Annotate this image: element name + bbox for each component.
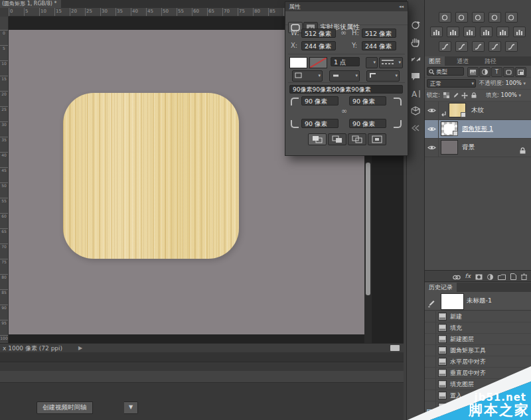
stroke-width-field[interactable]: 1 点 bbox=[331, 57, 360, 66]
stroke-align-dropdown[interactable]: ▾ bbox=[292, 70, 323, 82]
history-step-row[interactable]: 水平居中对齐 bbox=[425, 356, 531, 368]
adjustment-icon[interactable] bbox=[439, 41, 451, 52]
create-video-timeline-button[interactable]: 创建视频时间轴 bbox=[37, 401, 93, 414]
background-lock-icon[interactable] bbox=[520, 144, 526, 157]
adjustment-icon[interactable] bbox=[439, 12, 451, 23]
snapshot-name[interactable]: 未标题-1 bbox=[467, 297, 492, 305]
adjustment-layer-icon[interactable] bbox=[487, 270, 493, 283]
layer-thumbnail-shape[interactable] bbox=[441, 121, 458, 136]
history-brush-source-icon[interactable] bbox=[427, 297, 435, 310]
adjustment-icon[interactable] bbox=[489, 12, 501, 23]
stroke-corners-dropdown[interactable]: ▾ bbox=[366, 70, 400, 82]
adjustment-icon[interactable] bbox=[505, 12, 518, 23]
snapshot-thumbnail[interactable] bbox=[441, 293, 464, 310]
adjustment-icon[interactable] bbox=[430, 27, 443, 37]
layer-mask-icon[interactable] bbox=[475, 270, 483, 283]
history-snapshot-row[interactable]: 未标题-1 bbox=[425, 292, 531, 311]
adjustment-icon[interactable] bbox=[505, 41, 518, 52]
adjustment-icon[interactable] bbox=[496, 27, 509, 37]
shape-filter-icon[interactable] bbox=[503, 67, 514, 77]
pixel-filter-icon[interactable] bbox=[467, 67, 479, 77]
timeline-mode-dropdown[interactable]: ▼ bbox=[124, 401, 138, 414]
adjustment-icon[interactable] bbox=[472, 12, 485, 23]
visibility-eye-icon[interactable] bbox=[425, 139, 439, 157]
new-layer-icon[interactable] bbox=[510, 270, 516, 283]
status-options-arrow-icon[interactable]: ▶ bbox=[78, 344, 82, 353]
layer-style-icon[interactable]: fx bbox=[465, 273, 471, 279]
layer-name[interactable]: 木纹 bbox=[471, 106, 484, 115]
layer-row-wood[interactable]: 木纹 bbox=[425, 102, 531, 120]
lock-all-icon[interactable] bbox=[470, 91, 478, 100]
opacity-control[interactable]: 不透明度: 100% ▾ bbox=[479, 79, 526, 88]
properties-titlebar[interactable]: 属性 ◂◂ bbox=[285, 2, 408, 12]
stroke-width-dropdown[interactable]: ▾ bbox=[366, 57, 378, 68]
tab-paths[interactable]: 路径 bbox=[481, 56, 500, 66]
collapse-panel-icon[interactable]: ◂◂ bbox=[399, 2, 404, 11]
layer-filter-type-dropdown[interactable]: 类型 bbox=[427, 67, 464, 76]
hand-tool-icon[interactable] bbox=[407, 33, 424, 50]
history-step-row[interactable]: 填充图层 bbox=[425, 379, 531, 390]
history-source-cell[interactable] bbox=[425, 390, 436, 401]
layer-group-icon[interactable] bbox=[498, 270, 506, 283]
history-source-cell[interactable] bbox=[425, 379, 436, 389]
stroke-color-swatch[interactable] bbox=[309, 57, 327, 68]
radius-summary-field[interactable]: 90像素90像素90像素90像素 bbox=[289, 85, 403, 94]
lock-paint-icon[interactable] bbox=[451, 91, 459, 100]
blend-mode-dropdown[interactable]: 正常▾ bbox=[427, 79, 476, 88]
fill-control[interactable]: 填充: 100% ▾ bbox=[486, 91, 521, 100]
adjustment-icon[interactable] bbox=[455, 41, 468, 52]
shape-operation-button-2[interactable] bbox=[328, 133, 346, 145]
tab-history[interactable]: 历史记录 bbox=[425, 283, 457, 292]
rounded-rectangle-shape[interactable] bbox=[63, 93, 239, 259]
rotate-view-icon[interactable] bbox=[407, 16, 424, 33]
shape-operation-button-4[interactable] bbox=[368, 133, 386, 145]
transform-arrows-icon[interactable] bbox=[407, 50, 424, 68]
history-step-row[interactable]: 垂直居中对齐 bbox=[425, 368, 531, 379]
tab-layers[interactable]: 图层 bbox=[425, 56, 445, 66]
3d-tool-icon[interactable] bbox=[407, 102, 424, 119]
history-source-cell[interactable] bbox=[425, 345, 436, 356]
collapse-icon[interactable] bbox=[407, 119, 424, 137]
history-step-row[interactable]: 新建图层 bbox=[425, 334, 531, 345]
layer-row-background[interactable]: 背景 bbox=[425, 139, 531, 157]
history-source-cell[interactable] bbox=[425, 356, 436, 367]
adjustment-icon[interactable] bbox=[463, 27, 476, 37]
link-layers-icon[interactable] bbox=[453, 270, 461, 283]
history-step-row[interactable]: 填充 bbox=[425, 322, 531, 334]
adjustment-filter-icon[interactable] bbox=[479, 67, 491, 77]
adjustment-icon[interactable] bbox=[447, 27, 459, 37]
adjustment-icon[interactable] bbox=[472, 41, 485, 52]
adjustment-icon[interactable] bbox=[480, 27, 493, 37]
type-tool-icon[interactable]: A bbox=[407, 85, 424, 102]
radius-top-right-field[interactable]: 90 像素 bbox=[349, 96, 386, 105]
delete-layer-icon[interactable] bbox=[521, 270, 527, 283]
layer-thumbnail-background[interactable] bbox=[441, 140, 458, 155]
link-radius-icon[interactable]: ∞ bbox=[341, 107, 347, 115]
adjustment-icon[interactable] bbox=[489, 41, 501, 52]
visibility-eye-icon[interactable] bbox=[425, 120, 439, 138]
radius-bottom-right-field[interactable]: 90 像素 bbox=[349, 119, 386, 128]
layer-row-rounded-rectangle[interactable]: 圆角矩形 1 bbox=[425, 120, 531, 139]
adjustment-icon[interactable] bbox=[455, 12, 468, 23]
fill-color-swatch[interactable] bbox=[289, 57, 307, 68]
document-tab[interactable]: (圆角矩形 1, RGB/8) * bbox=[0, 0, 61, 8]
scrollbar-thumb[interactable] bbox=[366, 163, 370, 295]
history-step-row[interactable]: 圆角矩形工具 bbox=[425, 345, 531, 356]
stroke-type-dropdown[interactable]: ▾ bbox=[379, 57, 403, 68]
y-field[interactable]: 244 像素 bbox=[362, 41, 396, 50]
smart-object-filter-icon[interactable] bbox=[515, 67, 526, 77]
visibility-eye-icon[interactable] bbox=[425, 102, 439, 119]
stroke-caps-dropdown[interactable]: ▾ bbox=[329, 70, 360, 82]
width-field[interactable]: 512 像素 bbox=[301, 29, 336, 38]
shape-operation-button-3[interactable] bbox=[348, 133, 366, 145]
vertical-ruler[interactable]: 0510152025303540455055606570758085909510… bbox=[0, 17, 9, 343]
history-source-cell[interactable] bbox=[425, 311, 436, 322]
tab-channels[interactable]: 通道 bbox=[453, 56, 473, 66]
layer-name[interactable]: 圆角矩形 1 bbox=[462, 125, 493, 133]
note-tool-icon[interactable] bbox=[407, 68, 424, 85]
link-wh-icon[interactable]: ∞ bbox=[341, 29, 346, 37]
history-source-cell[interactable] bbox=[425, 322, 436, 333]
adjustment-icon[interactable] bbox=[513, 27, 526, 37]
type-filter-icon[interactable]: T bbox=[491, 67, 502, 77]
lock-position-icon[interactable] bbox=[461, 91, 469, 100]
